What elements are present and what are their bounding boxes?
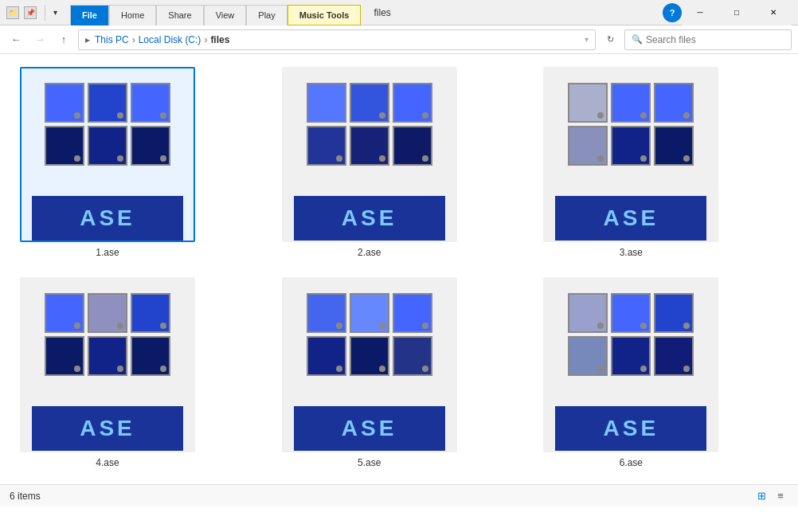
ase-grid bbox=[563, 288, 698, 384]
ase-grid bbox=[563, 78, 698, 174]
tab-view[interactable]: View bbox=[204, 5, 247, 25]
file-name: 4.ase bbox=[96, 457, 119, 468]
ase-grid bbox=[302, 78, 437, 174]
search-box[interactable]: 🔍 bbox=[624, 29, 792, 50]
help-button[interactable]: ? bbox=[663, 3, 682, 22]
ase-label: ASE bbox=[32, 406, 183, 451]
file-grid: ASE 1.ase ASE 2.ase bbox=[0, 54, 798, 484]
file-icon-6: ASE bbox=[543, 277, 718, 452]
file-name: 5.ase bbox=[358, 457, 381, 468]
list-item[interactable]: ASE 6.ase bbox=[539, 274, 722, 471]
window-title: files bbox=[374, 7, 659, 18]
file-icon-3: ASE bbox=[543, 67, 718, 242]
ase-label: ASE bbox=[294, 196, 445, 241]
file-name: 2.ase bbox=[358, 247, 381, 258]
path-this-pc[interactable]: This PC bbox=[95, 34, 129, 45]
file-icon-2: ASE bbox=[282, 67, 457, 242]
path-local-disk[interactable]: Local Disk (C:) bbox=[139, 34, 201, 45]
ase-label: ASE bbox=[555, 406, 706, 451]
minimize-button[interactable]: ─ bbox=[682, 0, 718, 25]
search-input[interactable] bbox=[646, 34, 784, 45]
title-bar-icons: 📁 📌 ▾ bbox=[6, 5, 57, 21]
list-item[interactable]: ASE 2.ase bbox=[278, 64, 461, 261]
ase-grid bbox=[40, 288, 175, 384]
up-button[interactable]: ↑ bbox=[54, 30, 73, 49]
close-button[interactable]: ✕ bbox=[755, 0, 792, 25]
status-bar: 6 items ⊞ ≡ bbox=[0, 484, 798, 507]
quick-access-icon[interactable]: 📌 bbox=[24, 6, 37, 19]
tab-share[interactable]: Share bbox=[156, 5, 203, 25]
window-controls: ─ □ ✕ bbox=[682, 0, 792, 25]
file-icon-4: ASE bbox=[20, 277, 195, 452]
forward-button[interactable]: → bbox=[30, 30, 49, 49]
list-item[interactable]: ASE 3.ase bbox=[539, 64, 722, 261]
maximize-button[interactable]: □ bbox=[718, 0, 755, 25]
tab-file[interactable]: File bbox=[70, 5, 109, 25]
ribbon-tab-group: File Home Share View Play Music Tools bbox=[70, 0, 361, 25]
path-arrow: ▸ bbox=[85, 34, 90, 45]
item-count: 6 items bbox=[10, 491, 41, 502]
path-current: files bbox=[210, 34, 229, 45]
ase-label: ASE bbox=[32, 196, 183, 241]
list-item[interactable]: ASE 4.ase bbox=[16, 274, 199, 471]
list-view-button[interactable]: ≡ bbox=[773, 488, 788, 504]
file-icon-5: ASE bbox=[282, 277, 457, 452]
title-divider bbox=[45, 5, 45, 21]
window-icon: 📁 bbox=[6, 6, 19, 19]
tab-music-tools[interactable]: Music Tools bbox=[288, 5, 362, 25]
back-button[interactable]: ← bbox=[6, 30, 25, 49]
grid-view-button[interactable]: ⊞ bbox=[753, 488, 769, 504]
list-item[interactable]: ASE 5.ase bbox=[278, 274, 461, 471]
file-name: 6.ase bbox=[620, 457, 643, 468]
file-name: 1.ase bbox=[96, 247, 119, 258]
list-item[interactable]: ASE 1.ase bbox=[16, 64, 199, 261]
tab-play[interactable]: Play bbox=[246, 5, 287, 25]
refresh-button[interactable]: ↻ bbox=[600, 30, 620, 49]
search-icon: 🔍 bbox=[632, 34, 643, 45]
file-name: 3.ase bbox=[620, 247, 643, 258]
ase-grid bbox=[40, 78, 175, 174]
view-controls: ⊞ ≡ bbox=[753, 488, 788, 504]
ase-label: ASE bbox=[555, 196, 706, 241]
tab-home[interactable]: Home bbox=[109, 5, 156, 25]
address-bar: ← → ↑ ▸ This PC › Local Disk (C:) › file… bbox=[0, 25, 798, 54]
quick-access-dropdown[interactable]: ▾ bbox=[53, 8, 57, 17]
address-path[interactable]: ▸ This PC › Local Disk (C:) › files ▾ bbox=[78, 29, 596, 50]
ase-grid bbox=[302, 288, 437, 384]
main-content: ASE 1.ase ASE 2.ase bbox=[0, 54, 798, 484]
file-icon-1: ASE bbox=[20, 67, 195, 242]
title-bar: 📁 📌 ▾ File Home Share View Play Music To… bbox=[0, 0, 798, 25]
ase-label: ASE bbox=[294, 406, 445, 451]
